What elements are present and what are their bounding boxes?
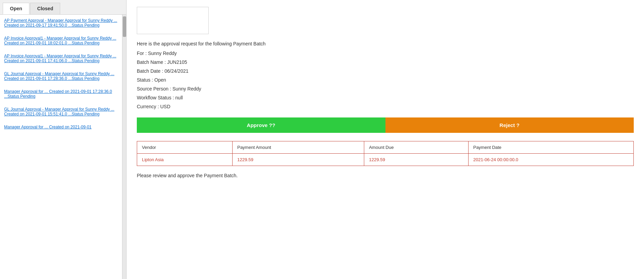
sidebar-item: Manager Approval for ... Created on 2021… [4, 125, 118, 129]
sidebar-list: AP Payment Approval - Manager Approval f… [0, 15, 122, 279]
action-buttons: Approve ?? Reject ? [137, 117, 634, 133]
sidebar-item: GL Journal Approval - Manager Approval f… [4, 107, 118, 116]
batch-date-field: Batch Date : 06/24/2021 [137, 68, 634, 74]
table-col-header: Amount Due [364, 141, 468, 154]
table-cell: 2021-06-24 00:00:00.0 [468, 154, 633, 166]
sidebar-item-link[interactable]: AP Invoice Approval1 - Manager Approval … [4, 36, 116, 45]
status-field: Status : Open [137, 77, 634, 83]
sidebar-item-link[interactable]: AP Invoice Approval1 - Manager Approval … [4, 54, 116, 63]
payment-table: VendorPayment AmountAmount DuePayment Da… [137, 141, 634, 166]
sidebar-item-link[interactable]: Manager Approval for ... Created on 2021… [4, 125, 92, 129]
sidebar-item-link[interactable]: GL Journal Approval - Manager Approval f… [4, 107, 114, 116]
table-header-row: VendorPayment AmountAmount DuePayment Da… [137, 141, 634, 154]
table-col-header: Payment Date [468, 141, 633, 154]
table-cell: 1229.59 [232, 154, 364, 166]
sidebar-item: AP Payment Approval - Manager Approval f… [4, 18, 118, 28]
table-cell: 1229.59 [364, 154, 468, 166]
sidebar-item: AP Invoice Approval1 - Manager Approval … [4, 36, 118, 45]
sidebar: Open Closed AP Payment Approval - Manage… [0, 0, 127, 279]
logo-box [137, 7, 209, 34]
reject-button[interactable]: Reject ? [385, 117, 634, 133]
approve-button[interactable]: Approve ?? [137, 117, 385, 133]
sidebar-item: AP Invoice Approval1 - Manager Approval … [4, 54, 118, 63]
table-cell: Lipton Asia [137, 154, 233, 166]
sidebar-item: Manager Approval for ... Created on 2021… [4, 89, 118, 99]
sidebar-item-link[interactable]: GL Journal Approval - Manager Approval f… [4, 71, 114, 81]
footer-text: Please review and approve the Payment Ba… [137, 173, 634, 178]
sidebar-item-link[interactable]: Manager Approval for ... Created on 2021… [4, 89, 112, 99]
tab-bar: Open Closed [0, 0, 126, 15]
intro-text: Here is the approval request for the fol… [137, 41, 634, 46]
sidebar-item-link[interactable]: AP Payment Approval - Manager Approval f… [4, 18, 117, 28]
batch-name-field: Batch Name : JUN2105 [137, 59, 634, 65]
scrollbar[interactable] [122, 15, 126, 279]
workflow-status-field: Workflow Status : null [137, 95, 634, 100]
currency-field: Currency : USD [137, 104, 634, 109]
sidebar-item: GL Journal Approval - Manager Approval f… [4, 71, 118, 81]
main-content: Here is the approval request for the fol… [127, 0, 644, 279]
table-col-header: Payment Amount [232, 141, 364, 154]
for-field: For : Sunny Reddy [137, 51, 634, 56]
table-col-header: Vendor [137, 141, 233, 154]
tab-open[interactable]: Open [3, 3, 29, 14]
source-person-field: Source Person : Sunny Reddy [137, 86, 634, 92]
table-row: Lipton Asia1229.591229.592021-06-24 00:0… [137, 154, 634, 166]
scrollbar-thumb [123, 16, 126, 37]
tab-closed[interactable]: Closed [30, 3, 61, 14]
